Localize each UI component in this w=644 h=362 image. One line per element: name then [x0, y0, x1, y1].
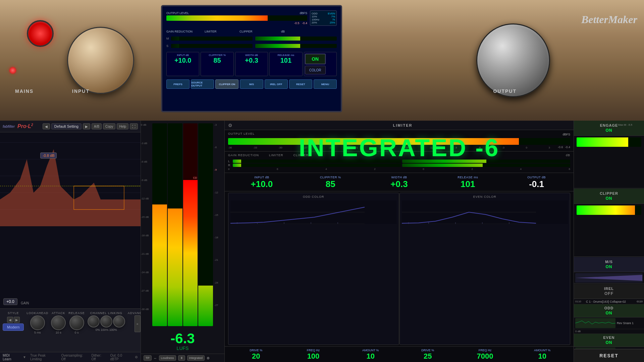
maximize-btn[interactable]: ⛶ — [130, 123, 138, 129]
rs-odd-btn[interactable]: ODD ON — [574, 304, 644, 317]
hw-color-button[interactable]: COLOR — [305, 66, 326, 74]
hw-clipper-btn[interactable]: CLIPPER ON — [215, 79, 238, 89]
style-prev[interactable]: ◀ — [7, 317, 13, 323]
next-preset-btn[interactable]: ▶ — [83, 123, 90, 129]
channel-knob2[interactable] — [100, 315, 112, 327]
help-btn[interactable]: Help — [117, 123, 128, 129]
hw-menu-btn[interactable]: MENU — [314, 79, 337, 89]
bm-out-val2: -0.4 — [565, 145, 570, 149]
hw-clipper-bar-m — [255, 37, 337, 41]
bm-clipper-bar-L — [402, 160, 570, 163]
ctrl-channel: CHANNEL LINKING 0% 100% 100% — [88, 311, 125, 331]
loudness-type-btn[interactable]: Loudness — [159, 355, 176, 361]
channel-values: 0% 100% 100% — [96, 328, 117, 331]
rs-track-1: Rev Snare 1 — [574, 317, 644, 329]
bm-even-freq-box: FREQ Hz 7000 — [457, 349, 513, 360]
rs-clipper-btn[interactable]: CLIPPER ON — [574, 189, 644, 204]
hw-prefs-btn[interactable]: PREFS — [166, 79, 190, 89]
rs-track-0: 0110 C 1 - Drums[163] Collapse-02 0110 — [574, 299, 644, 304]
bm-even-color-title: EVEN COLOR — [402, 195, 568, 198]
bm-even-graph — [402, 200, 568, 224]
input-label: INPUT — [72, 88, 90, 94]
ctrl-style: STYLE ◀ ▶ Modern — [3, 311, 24, 331]
proL2-header: fabfilter Pro·L2 ◀ Default Setting ▶ A/B… — [0, 121, 141, 132]
hardware-display: OUTPUT LEVEL dBFS -0.5 -0.4 ODD EVEN — [161, 5, 342, 112]
bm-settings-icon[interactable]: ⚙ — [228, 123, 232, 128]
input-knob[interactable] — [67, 27, 134, 94]
midi-learn-btn[interactable]: MIDI Learn — [3, 354, 19, 361]
rs-engage-btn[interactable]: ENGAGE ON — [574, 121, 644, 136]
prev-preset-btn[interactable]: ◀ — [43, 123, 50, 129]
ctrl-attack: ATTACK 10 s — [51, 311, 66, 334]
proL2-panel: fabfilter Pro·L2 ◀ Default Setting ▶ A/B… — [0, 121, 141, 362]
gain-indicator: -0.8 dB — [40, 153, 57, 159]
bm-values-grid: INPUT dB +10.0 CLIPPITER % 85 WIDTH dB +… — [225, 173, 574, 191]
attack-knob[interactable] — [51, 315, 66, 330]
rs-ms-btn[interactable]: M/S ON — [574, 257, 644, 272]
rs-even-status: ON — [606, 340, 612, 345]
channel-knob1[interactable] — [88, 315, 100, 327]
lookahead-knob[interactable] — [30, 315, 45, 330]
bm-clippiter-box: CLIPPITER % 85 — [297, 176, 364, 188]
channel-label: CHANNEL LINKING — [90, 311, 122, 315]
rs-even-label: EVEN — [603, 336, 615, 340]
hw-width-box: WIDTH dB +0.3 — [235, 52, 268, 76]
hw-gain-bar-s — [171, 44, 253, 48]
bm-input-db-box: INPUT dB +10.0 — [228, 176, 296, 188]
copy-btn[interactable]: Copy — [103, 123, 115, 129]
rs-track-wave-1 — [575, 318, 615, 328]
attack-value: 10 s — [56, 331, 61, 334]
proL2-footer: MIDI Learn ▼ True Peak Limiting Oversamp… — [0, 352, 141, 362]
channel-knob3[interactable] — [113, 315, 125, 327]
bm-odd-amount-box: AMOUNT % 10 — [342, 349, 398, 360]
bm-even-drive-box: DRIVE % 25 — [400, 349, 456, 360]
bm-gain-bar-L — [233, 160, 401, 163]
dither-label: Dither: Off — [91, 354, 106, 361]
release-knob[interactable] — [69, 315, 84, 330]
hw-clippiter-box: CLIPPITER % 85 — [201, 52, 233, 76]
output-icon: ⚙ — [135, 355, 138, 359]
hw-dbfs-label: dBFS — [300, 11, 307, 15]
hw-odd-label: ODD — [312, 12, 318, 15]
hardware-right: OUTPUT BetterMaker — [476, 0, 644, 121]
loudness-icon: ↔ — [154, 356, 157, 360]
engage-indicator — [9, 67, 16, 74]
advanced-expand[interactable]: » — [135, 315, 141, 332]
rs-irel-status: OFF — [604, 291, 613, 296]
mains-label: MAINS — [15, 88, 34, 94]
meter-bar-cd: CD — [183, 123, 198, 326]
rs-reset-btn[interactable]: RESET — [574, 349, 644, 362]
hw-release-box: RELEASE ms 101 — [269, 52, 302, 76]
hw-irel-btn[interactable]: IREL OFF — [265, 79, 288, 89]
proL2-controls: STYLE ◀ ▶ Modern LOOKAHEAD 5 ms ATTACK 1… — [0, 308, 141, 352]
bm-output-section: OUTPUT LEVEL dBFS -36 -33 -30 -27 -24 -2… — [225, 130, 574, 152]
bm-even-amount-box: AMOUNT % 10 — [514, 349, 570, 360]
bm-ch-R: R — [228, 164, 231, 167]
rs-even-btn[interactable]: EVEN ON — [574, 334, 644, 347]
bm-gain-bars: L R — [228, 160, 570, 167]
bm-dbfs: dBFS — [562, 133, 570, 136]
hw-out-val2: -0.4 — [302, 21, 307, 25]
output-knob[interactable] — [476, 23, 550, 97]
bm-db-label: dB — [566, 154, 570, 157]
ab-btn[interactable]: A/B — [92, 123, 102, 129]
right-sidebar: ENGAGE ON CLIPPER ON M/S ON — [574, 121, 644, 362]
ctrl-lookahead: LOOKAHEAD 5 ms — [26, 311, 48, 334]
tp-btn[interactable]: TP — [144, 355, 152, 361]
hw-ms-btn[interactable]: M/S — [240, 79, 263, 89]
style-button[interactable]: Modern — [3, 323, 24, 331]
bm-odd-graph — [230, 200, 397, 224]
rs-irel-btn[interactable]: IREL OFF — [574, 284, 644, 299]
release-value: 0 s — [75, 331, 79, 334]
power-button[interactable] — [27, 20, 54, 47]
style-next[interactable]: ▶ — [14, 317, 20, 323]
pause-btn[interactable]: ⏸ — [178, 355, 185, 361]
software-section: fabfilter Pro·L2 ◀ Default Setting ▶ A/B… — [0, 121, 644, 362]
bm-ch-L: L — [228, 160, 231, 163]
integrated-btn[interactable]: Integrated — [187, 355, 205, 361]
hw-gain-bar-m — [171, 37, 253, 41]
hw-reset-btn[interactable]: RESET — [289, 79, 312, 89]
hw-on-button[interactable]: ON — [305, 54, 326, 64]
hw-source-output-btn[interactable]: SOURCE OUTPUT — [191, 79, 214, 89]
bm-output-level-label: OUTPUT LEVEL — [228, 132, 255, 135]
